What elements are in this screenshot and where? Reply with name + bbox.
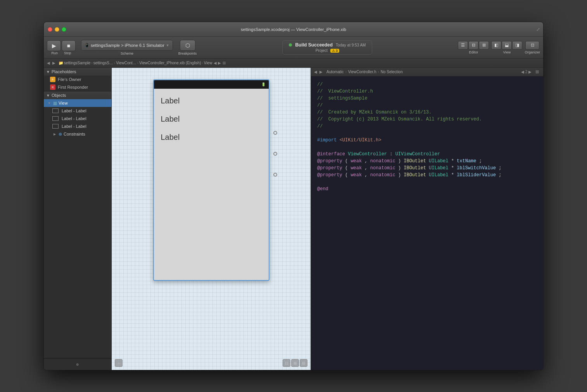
tree-constraints[interactable]: ▶ ⊕ Constraints [44, 130, 111, 138]
editor-group: ☰ ⊟ ⊞ Editor [458, 41, 489, 54]
code-line-13: @property ( weak , nonatomic ) IBOutlet … [317, 165, 537, 172]
close-button[interactable] [48, 27, 52, 32]
files-owner-icon: F [50, 77, 55, 82]
editor-back[interactable]: ◀ [313, 70, 318, 74]
breadcrumb-expand[interactable]: ◀ ▶ [214, 61, 221, 65]
breadcrumb-text-1: settingsSample [64, 61, 90, 65]
editor-forward[interactable]: ▶ [319, 70, 323, 74]
canvas-zoom-out[interactable]: ○ [115, 359, 123, 367]
utilities-toggle-button[interactable]: ◨ [512, 41, 522, 50]
build-status-top: Build Succeeded Today at 9:53 AM [289, 42, 366, 48]
breadcrumb-item-3[interactable]: ViewCont… [116, 61, 136, 65]
breadcrumb-folder-icon: 📁 [59, 61, 63, 65]
code-line-5: // Created by MZeki Osmancik on 3/16/13. [317, 109, 537, 116]
view-buttons: ◧ ⬓ ◨ [491, 41, 522, 50]
iphone-frame: 🔋 Label Label Label [153, 79, 269, 281]
breakpoints-icon: ⬡ [185, 42, 190, 48]
files-owner-text: File's Owner [58, 77, 81, 82]
view-group: ◧ ⬓ ◨ View [491, 41, 522, 54]
version-editor-button[interactable]: ⊞ [479, 41, 489, 50]
objects-section: ▼ Objects ▼ ▦ View Label - Label Label -… [44, 91, 111, 358]
breadcrumb-back[interactable]: ◀ [46, 61, 51, 65]
breadcrumb-item-2[interactable]: settingsS… [93, 61, 113, 65]
scheme-selector[interactable]: 📱 settingsSample > iPhone 6.1 Simulator … [81, 40, 173, 51]
tree-expand-constraints[interactable]: ▶ [52, 132, 57, 136]
editor-grid-btn[interactable]: ⊞ [533, 68, 541, 76]
breadcrumb-text-2: settingsS… [93, 61, 113, 65]
editor-breadcrumb: ◀ ▶ Automatic › ViewController.h › No Se… [311, 68, 543, 76]
window-title: settingsSample.xcodeproj — ViewControlle… [241, 27, 346, 32]
debug-area-toggle-button[interactable]: ⬓ [502, 41, 512, 50]
editor-breadcrumb-file[interactable]: ViewController.h [348, 70, 376, 74]
device-icon: 📱 [85, 43, 89, 47]
label-icon-2 [52, 116, 59, 121]
code-line-16: @end [317, 186, 537, 193]
canvas-zoom-2[interactable]: ⊟ [300, 359, 307, 367]
placeholders-header[interactable]: ▼ Placeholders [44, 68, 111, 76]
line-number: ◀ 2 ▶ [521, 70, 532, 74]
handle-3 [273, 173, 277, 177]
tree-label-1[interactable]: Label - Label [44, 107, 111, 115]
navigator-toggle-button[interactable]: ◧ [491, 41, 501, 50]
run-button[interactable]: ▶ [47, 40, 61, 51]
breadcrumb-forward[interactable]: ▶ [52, 61, 56, 65]
organizer-label: Organizer [525, 50, 540, 54]
handle-1 [273, 131, 277, 135]
window-controls [48, 27, 66, 32]
scheme-text: settingsSample > iPhone 6.1 Simulator [91, 43, 164, 48]
tree-view-text: View [59, 101, 68, 105]
tree-label-3[interactable]: Label - Label [44, 122, 111, 130]
build-success-dot [289, 43, 292, 46]
resize-icon: ⤢ [536, 27, 540, 32]
organizer-button[interactable]: ⊡ [525, 41, 539, 50]
breadcrumb-item-1[interactable]: 📁 settingsSample [59, 61, 90, 65]
standard-editor-button[interactable]: ☰ [458, 41, 468, 50]
stop-button[interactable]: ■ [62, 40, 76, 51]
breadcrumb-item-5[interactable]: View [204, 61, 212, 65]
code-line-11: @interface ViewController : UIViewContro… [317, 151, 537, 158]
battery-icon: 🔋 [261, 83, 266, 86]
objects-header[interactable]: ▼ Objects [44, 91, 111, 99]
breakpoints-button[interactable]: ⬡ [180, 40, 195, 51]
tree-view-item[interactable]: ▼ ▦ View [44, 99, 111, 107]
placeholders-section: ▼ Placeholders F File's Owner R First Re… [44, 68, 111, 91]
main-content: ▼ Placeholders F File's Owner R First Re… [44, 68, 543, 370]
editor-breadcrumb-selection[interactable]: No Selection [381, 70, 403, 74]
code-line-12: @property ( weak , nonatomic ) IBOutlet … [317, 158, 537, 165]
first-responder-text: First Responder [58, 85, 88, 89]
first-responder-item[interactable]: R First Responder [44, 83, 111, 91]
code-line-2: // ViewController.h [317, 88, 537, 95]
minimize-button[interactable] [55, 27, 59, 32]
iphone-statusbar: 🔋 [154, 80, 269, 89]
ib-canvas[interactable]: 🔋 Label Label Label ○ ⊡ [112, 68, 311, 370]
breadcrumb-text-3: ViewCont… [116, 61, 136, 65]
code-line-14: @property ( weak , nonatomic ) IBOutlet … [317, 172, 537, 179]
canvas-zoom-1[interactable]: ⊞ [291, 359, 299, 367]
label-icon-1 [52, 108, 59, 113]
warning-badge: ⚠ 3 [330, 49, 340, 53]
breadcrumb-text-5: View [204, 61, 212, 65]
editor-buttons: ☰ ⊟ ⊞ [458, 41, 489, 50]
maximize-button[interactable] [62, 27, 66, 32]
grid-toggle[interactable]: ⊞ [223, 61, 226, 65]
view-label: View [503, 50, 511, 54]
main-breadcrumb: ◀ ▶ 📁 settingsSample › settingsS… › View… [44, 58, 543, 68]
code-line-10 [317, 144, 537, 151]
canvas-fit-btn[interactable]: ⊡ [283, 359, 290, 367]
files-owner-item[interactable]: F File's Owner [44, 76, 111, 83]
breadcrumb-text-4: ViewController_iPhone.xib (English) [139, 61, 201, 65]
project-label: Project [316, 48, 328, 53]
handle-2 [273, 152, 277, 156]
constraint-handles [273, 112, 277, 177]
organizer-group: ⊡ Organizer [525, 41, 540, 54]
code-content[interactable]: // // ViewController.h // settingsSample… [311, 76, 543, 370]
view-icon: ▦ [53, 101, 57, 106]
editor-breadcrumb-automatic[interactable]: Automatic [326, 70, 344, 74]
tree-label-text-3: Label - Label [62, 124, 86, 129]
assistant-editor-button[interactable]: ⊟ [468, 41, 478, 50]
breadcrumb-item-4[interactable]: ViewController_iPhone.xib (English) [139, 61, 201, 65]
tree-label-2[interactable]: Label - Label [44, 115, 111, 122]
tree-expand-view[interactable]: ▼ [47, 101, 52, 105]
code-line-7: // [317, 123, 537, 130]
toolbar-right: ☰ ⊟ ⊞ Editor ◧ ⬓ ◨ View ⊡ Organizer [458, 41, 540, 54]
